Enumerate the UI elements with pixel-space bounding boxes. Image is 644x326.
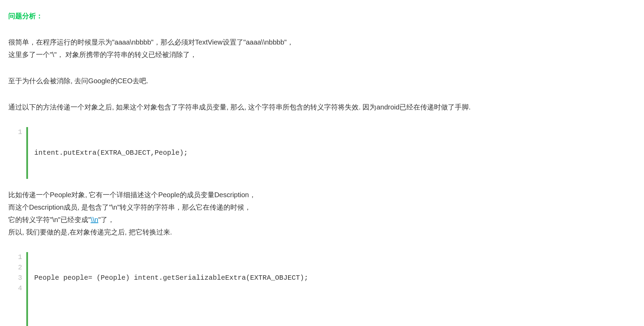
text-line: 通过以下的方法传递一个对象之后, 如果这个对象包含了字符串成员变量, 那么, 这…: [8, 101, 636, 113]
text-line: 所以, 我们要做的是,在对象传递完之后, 把它转换过来.: [8, 226, 636, 238]
text-fragment: "了，: [98, 216, 114, 223]
section-heading: 问题分析：: [8, 10, 636, 22]
paragraph-4: 比如传递一个People对象, 它有一个详细描述这个People的成员变量Des…: [8, 189, 636, 238]
code-content: People people= (People) intent.getSerial…: [28, 252, 308, 326]
code-line: People people= (People) intent.getSerial…: [34, 273, 308, 283]
paragraph-1: 很简单，在程序运行的时候显示为"aaaa\nbbbb"，那么必须对TextVie…: [8, 36, 636, 61]
text-line: 至于为什么会被消除, 去问Google的CEO去吧.: [8, 75, 636, 87]
code-line: intent.putExtra(EXTRA_OBJECT,People);: [34, 148, 188, 158]
text-fragment: 它的转义字符"\n"已经变成": [8, 216, 91, 223]
paragraph-3: 通过以下的方法传递一个对象之后, 如果这个对象包含了字符串成员变量, 那么, 这…: [8, 101, 636, 113]
line-number: 3: [18, 273, 22, 283]
line-number-gutter: 1 2 3 4: [18, 252, 28, 326]
paragraph-2: 至于为什么会被消除, 去问Google的CEO去吧.: [8, 75, 636, 87]
text-line: 很简单，在程序运行的时候显示为"aaaa\nbbbb"，那么必须对TextVie…: [8, 36, 636, 48]
line-number: 1: [18, 127, 22, 137]
text-line: 这里多了一个"\"， 对象所携带的字符串的转义已经被消除了，: [8, 48, 636, 61]
code-content: intent.putExtra(EXTRA_OBJECT,People);: [28, 127, 188, 179]
text-line: 而这个Description成员, 是包含了"\n"转义字符的字符串，那么它在传…: [8, 201, 636, 213]
escaped-newline-link[interactable]: \\n: [91, 216, 98, 223]
line-number: 1: [18, 252, 22, 262]
line-number: 4: [18, 283, 22, 294]
code-line: [34, 304, 308, 314]
code-block-1: 1 intent.putExtra(EXTRA_OBJECT,People);: [8, 127, 636, 179]
code-block-2: 1 2 3 4 People people= (People) intent.g…: [8, 252, 636, 326]
line-number: 2: [18, 262, 22, 273]
line-number-gutter: 1: [18, 127, 28, 179]
text-line: 它的转义字符"\n"已经变成"\\n"了，: [8, 213, 636, 226]
text-line: 比如传递一个People对象, 它有一个详细描述这个People的成员变量Des…: [8, 189, 636, 201]
